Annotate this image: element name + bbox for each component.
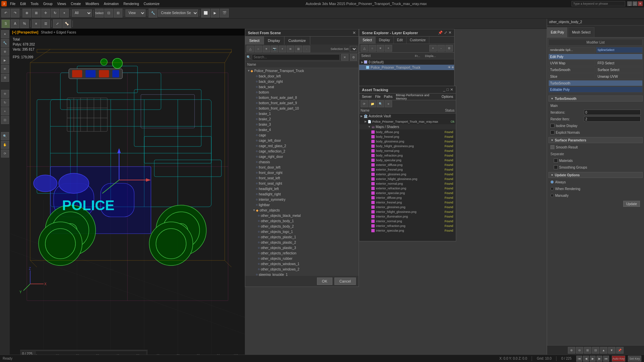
- list-item[interactable]: ○ front_door_left: [245, 165, 359, 170]
- last-frame-btn[interactable]: ⏭: [603, 356, 609, 362]
- tab-display[interactable]: Display: [264, 37, 284, 45]
- filter-geometry-btn[interactable]: △: [247, 46, 254, 52]
- material-btn[interactable]: ⬜: [201, 9, 210, 17]
- mod-surface-select[interactable]: Surface Select: [596, 67, 643, 73]
- list-item[interactable]: ○ interior_symmetry: [245, 197, 359, 202]
- tab-edit-poly[interactable]: Edit Poly: [547, 27, 568, 37]
- percent-snap[interactable]: %: [20, 19, 29, 28]
- turbosmooth-section-title[interactable]: ▼ TurboSmooth: [548, 96, 643, 102]
- list-item[interactable]: ○ other_objects_rubber: [245, 256, 359, 261]
- tab-mesh-select[interactable]: Mesh Select: [568, 27, 594, 37]
- list-item[interactable]: interior_fresnel.png Found: [359, 200, 456, 205]
- zoom-tool[interactable]: 🔍: [1, 132, 9, 140]
- scale-tool[interactable]: ⌖: [1, 107, 9, 115]
- mod-slice[interactable]: Slice: [548, 73, 595, 79]
- clear-search-btn[interactable]: ✕: [341, 54, 348, 61]
- list-item[interactable]: body_glossiness.png Found: [359, 139, 456, 144]
- mod-tool-4[interactable]: ⊟: [592, 347, 599, 354]
- iterations-input[interactable]: [584, 110, 641, 115]
- asset-close-icon[interactable]: ✕: [450, 87, 453, 92]
- menu-animation[interactable]: Animation: [103, 2, 120, 6]
- options-btn[interactable]: ⚙: [350, 54, 357, 61]
- transform-btn[interactable]: ⤢: [53, 19, 62, 28]
- exp-add-layer[interactable]: +: [429, 45, 437, 52]
- list-item[interactable]: ○ cage: [245, 132, 359, 138]
- bones-btn[interactable]: 🦴: [62, 19, 71, 28]
- asset-scroll[interactable]: ▶ 🏦 Autodesk Vault ▶ 📄 Police_Prisoner_T…: [359, 114, 456, 241]
- menu-options[interactable]: Options: [442, 95, 453, 99]
- menu-file[interactable]: File: [9, 2, 17, 6]
- surface-params-title[interactable]: ▼ Surface Parameters: [548, 137, 643, 143]
- asset-vault-row[interactable]: ▶ 🏦 Autodesk Vault: [359, 114, 456, 119]
- rotate-btn[interactable]: ↻: [51, 9, 59, 17]
- smoothing-groups-checkbox[interactable]: [554, 165, 558, 169]
- exp-tool-4[interactable]: +: [385, 45, 392, 52]
- list-item[interactable]: ○ cage_red_glass_2: [245, 143, 359, 148]
- exp-settings[interactable]: ⚙: [445, 45, 453, 52]
- list-item[interactable]: ○ chassis: [245, 159, 359, 165]
- mod-edit-poly[interactable]: Edit Poly: [548, 54, 643, 60]
- exp-tab-select[interactable]: Select: [359, 37, 376, 44]
- scene-cancel-btn[interactable]: Cancel: [334, 278, 356, 285]
- mod-pin-btn[interactable]: 📌: [616, 347, 624, 354]
- mod-tool-2[interactable]: ⊖: [576, 347, 583, 354]
- list-item[interactable]: ○ other_objects_body_2: [245, 224, 359, 229]
- list-item[interactable]: interior_refraction.png Found: [359, 224, 456, 228]
- list-item[interactable]: ○ brake_4: [245, 127, 359, 132]
- list-item[interactable]: body_specular.png Found: [359, 158, 456, 163]
- list-item[interactable]: ○ bottom_front_axle_part_8: [245, 95, 359, 100]
- menu-bitmap-perf[interactable]: Bitmap Performance and Memory: [396, 94, 438, 100]
- isoline-checkbox[interactable]: [550, 124, 554, 128]
- list-item[interactable]: body_diffuse.png Found: [359, 130, 456, 134]
- menu-modifiers[interactable]: Modifiers: [84, 2, 101, 6]
- menu-group[interactable]: Group: [42, 2, 54, 6]
- list-item[interactable]: ▼ ◆ other_objects: [245, 207, 359, 213]
- explorer-pin-icon[interactable]: 📌: [438, 31, 443, 35]
- mod-unwrap-uvw[interactable]: Unwrap UVW: [596, 73, 643, 79]
- display-btn[interactable]: 👁: [1, 65, 9, 73]
- list-item[interactable]: ○ steering_knuckle_1: [245, 272, 359, 276]
- filter-spacewarps-btn[interactable]: ≋: [287, 46, 294, 52]
- materials-checkbox[interactable]: [554, 159, 558, 163]
- scene-exp-btn[interactable]: ☰: [41, 19, 50, 28]
- list-item[interactable]: ○ headlight_right: [245, 191, 359, 197]
- filter-particle-btn[interactable]: ·: [303, 46, 310, 52]
- exp-del-layer[interactable]: -: [437, 45, 445, 52]
- utilities-btn[interactable]: ⚙: [1, 74, 9, 82]
- list-item[interactable]: ○ other_objects_black_metal: [245, 213, 359, 218]
- move-tool[interactable]: ✛: [1, 90, 9, 98]
- list-item[interactable]: ○ back_door_left: [245, 73, 359, 79]
- move-btn[interactable]: ✛: [41, 9, 50, 17]
- layer-police-truck[interactable]: Police_Prisoner_Transport_Truck 👁 ❄: [359, 65, 454, 70]
- asset-tool-4[interactable]: ≡: [385, 101, 392, 107]
- list-item[interactable]: body_refraction.png Found: [359, 153, 456, 158]
- next-frame-btn[interactable]: ▶: [596, 356, 602, 362]
- tab-select[interactable]: Select: [245, 37, 264, 45]
- maximize-btn[interactable]: □: [633, 1, 637, 6]
- auto-key-btn[interactable]: Auto Key: [612, 356, 625, 362]
- list-item[interactable]: ○ other_objects_windows_1: [245, 261, 359, 266]
- undo-btn[interactable]: ↶: [1, 9, 10, 17]
- mod-tool-5[interactable]: ▲: [600, 347, 607, 354]
- list-item[interactable]: interior_illumination.png Found: [359, 214, 456, 219]
- prev-frame-btn[interactable]: ◀: [583, 356, 589, 362]
- list-item[interactable]: ○ other_objects_reflection: [245, 250, 359, 256]
- mirror-btn[interactable]: ⊟: [114, 9, 122, 17]
- list-item[interactable]: exterior_glossines.png Found: [359, 172, 456, 177]
- all-dropdown[interactable]: All: [72, 9, 92, 17]
- asset-tool-2[interactable]: 📁: [369, 101, 376, 107]
- explorer-close-icon[interactable]: ✕: [448, 31, 451, 35]
- menu-server[interactable]: Server: [362, 95, 372, 99]
- menu-views[interactable]: Views: [56, 2, 68, 6]
- smooth-result-checkbox[interactable]: [550, 145, 554, 149]
- menu-rendering[interactable]: Rendering: [122, 2, 140, 6]
- layer-btn[interactable]: ≡: [32, 19, 41, 28]
- list-item[interactable]: ○ other_objects_plastic_3: [245, 245, 359, 250]
- asset-tool-1[interactable]: ⟳: [361, 101, 368, 107]
- orbit-tool[interactable]: ⟳: [1, 149, 9, 158]
- menu-file[interactable]: File: [375, 95, 380, 99]
- mod-turbosmooth-1[interactable]: TurboSmooth: [548, 67, 595, 73]
- list-item[interactable]: exterior_refraction.png Found: [359, 186, 456, 191]
- hierarchy-btn[interactable]: ⊕: [1, 48, 9, 56]
- pan-tool[interactable]: ✋: [1, 141, 9, 149]
